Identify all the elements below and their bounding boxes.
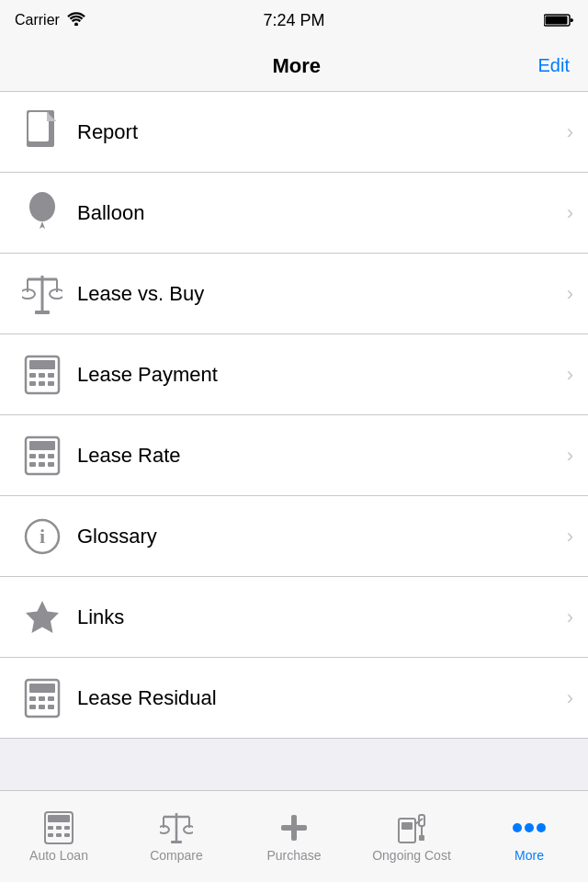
tab-purchase-label: Purchase [266, 848, 321, 863]
tab-more[interactable]: More [470, 791, 588, 882]
svg-rect-59 [399, 819, 415, 842]
svg-rect-49 [64, 833, 70, 837]
svg-rect-21 [39, 381, 45, 386]
menu-list: Report › Balloon › Lease vs. Buy [0, 92, 588, 739]
list-item-lease-rate[interactable]: Lease Rate › [0, 415, 588, 496]
info-icon: i [15, 517, 70, 556]
svg-rect-41 [48, 705, 54, 709]
svg-point-7 [29, 192, 55, 221]
svg-rect-46 [64, 826, 70, 830]
svg-point-66 [525, 823, 534, 832]
list-item-lease-payment[interactable]: Lease Payment › [0, 334, 588, 415]
svg-rect-26 [39, 454, 45, 458]
svg-rect-35 [29, 684, 55, 693]
svg-rect-20 [29, 381, 36, 386]
lease-rate-label: Lease Rate [70, 444, 567, 468]
tab-compare[interactable]: Compare [118, 791, 235, 882]
status-time: 7:24 PM [263, 11, 324, 30]
tab-more-label: More [514, 848, 544, 863]
lease-residual-chevron: › [567, 686, 573, 710]
balloon-label: Balloon [70, 201, 567, 225]
svg-rect-2 [546, 17, 568, 25]
scale-icon [15, 272, 70, 316]
svg-rect-43 [48, 815, 70, 822]
svg-rect-16 [29, 360, 55, 369]
svg-rect-22 [48, 381, 54, 386]
lease-vs-buy-label: Lease vs. Buy [70, 282, 567, 306]
report-label: Report [70, 120, 567, 144]
scale-tab-icon [160, 811, 193, 844]
tab-ongoing-cost-label: Ongoing Cost [372, 848, 451, 863]
svg-rect-40 [39, 705, 45, 709]
svg-point-0 [74, 23, 78, 27]
svg-rect-36 [29, 696, 36, 701]
links-chevron: › [567, 605, 573, 629]
svg-rect-37 [39, 696, 45, 701]
svg-rect-19 [48, 373, 54, 378]
star-icon [15, 598, 70, 637]
lease-payment-label: Lease Payment [70, 363, 567, 387]
svg-rect-39 [29, 705, 36, 709]
wifi-icon [67, 11, 85, 29]
report-icon [15, 110, 70, 154]
tab-ongoing-cost[interactable]: Ongoing Cost [353, 791, 470, 882]
calculator-tab-icon [42, 811, 75, 844]
edit-button[interactable]: Edit [538, 55, 570, 76]
tab-auto-loan-label: Auto Loan [29, 848, 88, 863]
svg-rect-45 [56, 826, 62, 830]
list-item-balloon[interactable]: Balloon › [0, 173, 588, 254]
svg-rect-60 [401, 822, 413, 830]
list-item-lease-vs-buy[interactable]: Lease vs. Buy › [0, 254, 588, 334]
report-chevron: › [567, 120, 573, 144]
svg-marker-33 [26, 601, 59, 633]
svg-rect-25 [29, 454, 36, 458]
svg-rect-44 [48, 826, 53, 830]
fuel-tab-icon [395, 811, 428, 844]
calculator-icon-1 [15, 355, 70, 395]
tab-compare-label: Compare [150, 848, 203, 863]
tab-auto-loan[interactable]: Auto Loan [0, 791, 118, 882]
dots-tab-icon [513, 811, 546, 844]
svg-rect-17 [29, 373, 36, 378]
tab-purchase[interactable]: Purchase [235, 791, 353, 882]
list-item-report[interactable]: Report › [0, 92, 588, 173]
svg-rect-28 [29, 462, 36, 467]
svg-rect-29 [39, 462, 45, 467]
balloon-chevron: › [567, 201, 573, 225]
lease-residual-label: Lease Residual [70, 686, 567, 710]
svg-point-67 [537, 823, 546, 832]
svg-rect-18 [39, 373, 45, 378]
lease-rate-chevron: › [567, 444, 573, 468]
svg-rect-38 [48, 696, 54, 701]
list-item-glossary[interactable]: i Glossary › [0, 496, 588, 577]
svg-rect-4 [28, 112, 49, 141]
svg-rect-30 [48, 462, 54, 467]
carrier-wifi: Carrier [15, 11, 85, 29]
svg-point-65 [513, 823, 522, 832]
plus-tab-icon [277, 811, 311, 844]
links-label: Links [70, 605, 567, 629]
nav-title: More [272, 54, 321, 78]
glossary-chevron: › [567, 525, 573, 548]
nav-bar: More Edit [0, 40, 588, 92]
list-item-links[interactable]: Links › [0, 577, 588, 658]
lease-payment-chevron: › [567, 363, 573, 387]
svg-text:i: i [40, 525, 45, 548]
svg-rect-48 [56, 833, 62, 837]
calculator-icon-2 [15, 435, 70, 476]
svg-rect-58 [281, 825, 307, 831]
svg-rect-47 [48, 833, 53, 837]
status-bar: Carrier 7:24 PM [0, 0, 588, 40]
lease-vs-buy-chevron: › [567, 282, 573, 306]
svg-rect-27 [48, 454, 54, 458]
list-item-lease-residual[interactable]: Lease Residual › [0, 658, 588, 739]
glossary-label: Glossary [70, 525, 567, 548]
calculator-icon-3 [15, 678, 70, 718]
balloon-icon [15, 190, 70, 236]
svg-rect-14 [35, 311, 50, 314]
svg-rect-64 [419, 835, 424, 841]
battery-icon [544, 13, 573, 28]
svg-rect-24 [29, 441, 55, 450]
tab-bar: Auto Loan Compare Purchase [0, 790, 588, 882]
svg-rect-56 [171, 841, 182, 843]
